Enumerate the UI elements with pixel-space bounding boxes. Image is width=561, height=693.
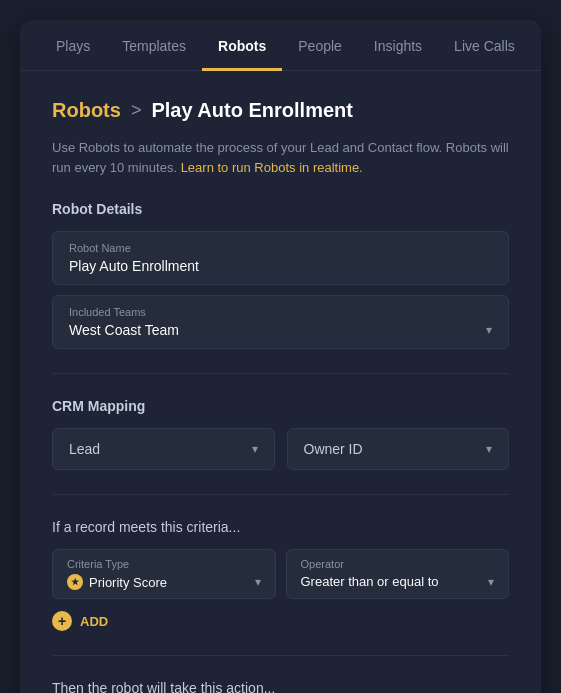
breadcrumb: Robots > Play Auto Enrollment bbox=[52, 99, 509, 122]
crm-owner-value: Owner ID bbox=[304, 441, 363, 457]
nav-item-robots[interactable]: Robots bbox=[202, 20, 282, 71]
criteria-type-label: Criteria Type bbox=[67, 558, 261, 570]
robot-name-field: Robot Name Play Auto Enrollment bbox=[52, 231, 509, 285]
nav-item-people[interactable]: People bbox=[282, 20, 358, 71]
crm-type-value: Lead bbox=[69, 441, 100, 457]
operator-value-row: Greater than or equal to ▾ bbox=[301, 574, 495, 589]
nav-bar: Plays Templates Robots People Insights L… bbox=[20, 20, 541, 71]
robot-details-title: Robot Details bbox=[52, 201, 509, 217]
operator-value: Greater than or equal to bbox=[301, 574, 439, 589]
add-label: ADD bbox=[80, 614, 108, 629]
add-circle-icon: + bbox=[52, 611, 72, 631]
chevron-down-icon: ▾ bbox=[486, 323, 492, 337]
learn-more-link[interactable]: Learn to run Robots in realtime. bbox=[181, 160, 363, 175]
main-window: Plays Templates Robots People Insights L… bbox=[20, 20, 541, 693]
included-teams-row: West Coast Team ▾ bbox=[69, 322, 492, 338]
action-description: Then the robot will take this action... bbox=[52, 680, 509, 693]
nav-item-templates[interactable]: Templates bbox=[106, 20, 202, 71]
criteria-description: If a record meets this criteria... bbox=[52, 519, 509, 535]
robot-name-label: Robot Name bbox=[69, 242, 492, 254]
breadcrumb-current: Play Auto Enrollment bbox=[151, 99, 353, 122]
page-content: Robots > Play Auto Enrollment Use Robots… bbox=[20, 71, 541, 693]
robot-name-value: Play Auto Enrollment bbox=[69, 258, 492, 274]
criteria-type-chevron-icon: ▾ bbox=[255, 575, 261, 589]
included-teams-label: Included Teams bbox=[69, 306, 492, 318]
section-divider-1 bbox=[52, 373, 509, 374]
crm-type-chevron-icon: ▾ bbox=[252, 442, 258, 456]
crm-type-dropdown[interactable]: Lead ▾ bbox=[52, 428, 275, 470]
section-divider-2 bbox=[52, 494, 509, 495]
included-teams-value: West Coast Team bbox=[69, 322, 486, 338]
crm-owner-chevron-icon: ▾ bbox=[486, 442, 492, 456]
breadcrumb-separator: > bbox=[131, 100, 142, 121]
criteria-type-dropdown[interactable]: Criteria Type ★ Priority Score ▾ bbox=[52, 549, 276, 599]
operator-label: Operator bbox=[301, 558, 495, 570]
page-description: Use Robots to automate the process of yo… bbox=[52, 138, 509, 177]
nav-item-live-calls[interactable]: Live Calls bbox=[438, 20, 531, 71]
crm-owner-dropdown[interactable]: Owner ID ▾ bbox=[287, 428, 510, 470]
operator-chevron-icon: ▾ bbox=[488, 575, 494, 589]
criteria-row: Criteria Type ★ Priority Score ▾ Operato… bbox=[52, 549, 509, 599]
included-teams-field[interactable]: Included Teams West Coast Team ▾ bbox=[52, 295, 509, 349]
nav-item-plays[interactable]: Plays bbox=[40, 20, 106, 71]
operator-dropdown[interactable]: Operator Greater than or equal to ▾ bbox=[286, 549, 510, 599]
crm-mapping-title: CRM Mapping bbox=[52, 398, 509, 414]
add-criteria-button[interactable]: + ADD bbox=[52, 611, 509, 631]
section-divider-3 bbox=[52, 655, 509, 656]
nav-item-insights[interactable]: Insights bbox=[358, 20, 438, 71]
priority-score-icon: ★ bbox=[67, 574, 83, 590]
breadcrumb-link[interactable]: Robots bbox=[52, 99, 121, 122]
criteria-type-value-row: ★ Priority Score ▾ bbox=[67, 574, 261, 590]
criteria-type-value: ★ Priority Score bbox=[67, 574, 167, 590]
crm-mapping-row: Lead ▾ Owner ID ▾ bbox=[52, 428, 509, 470]
